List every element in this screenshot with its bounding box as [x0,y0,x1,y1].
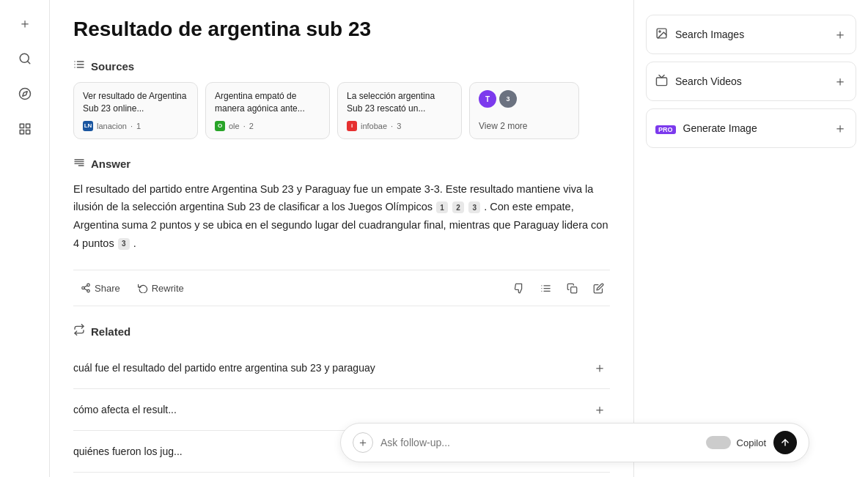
rewrite-button[interactable]: Rewrite [130,278,191,298]
sidebar-library-btn[interactable] [10,114,40,144]
citation-2[interactable]: 2 [452,201,464,213]
svg-line-22 [84,286,87,287]
sidebar: ＋ [0,0,50,477]
answer-icon [73,157,85,171]
action-bar-right [507,276,610,300]
related-item-plus-2[interactable]: ＋ [589,399,610,420]
rewrite-label: Rewrite [152,283,184,294]
view-more-avatars: T 3 [479,90,570,108]
copilot-label: Copilot [737,437,766,448]
source-card-3[interactable]: La selección argentina Sub 23 rescató un… [337,82,462,139]
answer-section: Answer El resultado del partido entre Ar… [73,157,610,253]
sources-grid: Ver resultado de Argentina Sub 23 online… [73,82,610,139]
answer-text: El resultado del partido entre Argentina… [73,180,610,253]
svg-rect-7 [20,130,23,134]
followup-input[interactable] [380,437,699,448]
answer-header: Answer [73,157,610,171]
answer-text-part3: . [133,237,136,249]
generate-image-label: Generate Image [683,122,757,134]
copy-button[interactable] [560,276,584,300]
copilot-toggle-switch[interactable] [706,436,731,449]
right-panel-search-images[interactable]: Search Images ＋ [646,15,856,54]
source-title-3: La selección argentina Sub 23 rescató un… [347,90,452,115]
source-title-1: Ver resultado de Argentina Sub 23 online… [83,90,188,115]
center-panel: Resultado de argentina sub 23 Sources Ve… [50,0,633,477]
svg-line-21 [84,289,87,290]
generate-image-left: PRO Generate Image [655,122,757,135]
related-item-label-2: cómo afecta el result... [73,404,177,415]
source-name-2: ole [229,122,240,130]
share-label: Share [95,283,120,294]
source-title-2: Argentina empató de manera agónica ante.… [215,90,320,115]
svg-rect-32 [656,77,666,85]
citation-3b[interactable]: 3 [118,238,130,250]
avatar-tuc: T [479,90,496,108]
citation-3[interactable]: 3 [468,201,480,213]
search-images-icon [655,27,668,42]
avatar-num: 3 [499,90,517,108]
search-videos-plus-icon: ＋ [834,73,847,90]
list-button[interactable] [534,276,557,300]
source-name-3: infobae [361,122,387,130]
svg-point-2 [19,89,30,100]
sidebar-add-btn[interactable]: ＋ [10,9,40,38]
sidebar-compass-btn[interactable] [10,79,40,108]
view-more-label: View 2 more [479,121,570,131]
page-title: Resultado de argentina sub 23 [73,18,610,41]
svg-marker-3 [22,92,26,96]
source-favicon-3: i [347,121,357,131]
edit-button[interactable] [586,276,610,300]
svg-rect-29 [570,286,576,292]
source-sep-2: · [243,122,246,130]
search-videos-left: Search Videos [655,74,742,89]
sidebar-search-btn[interactable] [10,44,40,73]
copilot-toggle-area: Copilot [706,436,766,449]
svg-rect-5 [26,124,29,127]
right-panel: Search Images ＋ Search Videos ＋ PRO Gene… [633,0,868,477]
related-item-1[interactable]: cuál fue el resultado del partido entre … [73,347,610,389]
search-images-plus-icon: ＋ [834,26,847,43]
generate-image-icon: PRO [655,122,676,135]
source-number-1: 1 [136,122,141,130]
search-images-label: Search Images [675,29,744,40]
related-item-plus-1[interactable]: ＋ [589,358,610,378]
followup-send-button[interactable] [773,431,797,454]
action-bar: Share Rewrite [73,270,610,306]
right-panel-search-videos[interactable]: Search Videos ＋ [646,62,856,101]
main-content: Resultado de argentina sub 23 Sources Ve… [50,0,868,477]
generate-image-plus-icon: ＋ [834,119,847,137]
related-header: Related [73,324,610,339]
pro-badge: PRO [655,125,676,134]
thumbs-down-button[interactable] [507,276,531,300]
source-favicon-2: O [215,121,225,131]
source-number-2: 2 [249,122,254,130]
source-sep-3: · [391,122,393,130]
svg-point-31 [659,30,661,32]
sources-label: Sources [91,60,134,73]
right-panel-generate-image[interactable]: PRO Generate Image ＋ [646,108,856,148]
svg-rect-4 [20,124,23,127]
related-item-label-3: quiénes fueron los jug... [73,445,183,457]
related-icon [73,324,85,339]
svg-rect-6 [26,130,29,134]
related-item-label-1: cuál fue el resultado del partido entre … [73,362,375,374]
source-meta-1: LN lanacion · 1 [83,121,188,131]
source-card-1[interactable]: Ver resultado de Argentina Sub 23 online… [73,82,198,139]
source-number-3: 3 [397,122,401,130]
source-card-2[interactable]: Argentina empató de manera agónica ante.… [205,82,330,139]
search-videos-label: Search Videos [675,75,742,87]
share-button[interactable]: Share [73,278,128,298]
source-favicon-1: LN [83,121,93,131]
answer-label: Answer [91,158,130,170]
sources-header: Sources [73,59,610,73]
view-more-card[interactable]: T 3 View 2 more [469,82,579,139]
source-name-1: lanacion [97,122,127,130]
source-meta-2: O ole · 2 [215,121,320,131]
citation-1[interactable]: 1 [436,201,448,213]
action-bar-left: Share Rewrite [73,278,191,298]
sources-icon [73,59,85,73]
related-label: Related [91,325,130,338]
search-videos-icon [655,74,668,89]
followup-bar: ＋ Copilot [340,423,809,462]
followup-add-button[interactable]: ＋ [353,432,373,453]
